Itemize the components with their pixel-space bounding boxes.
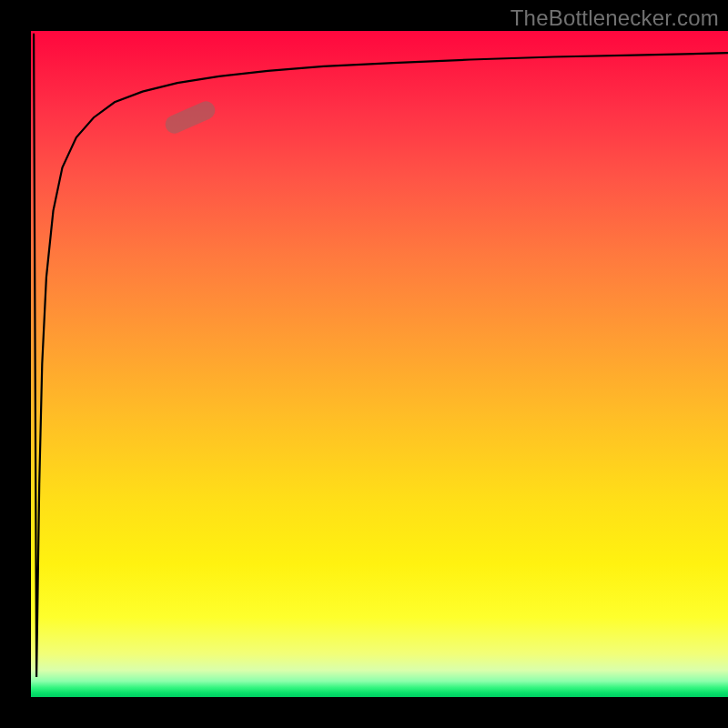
- watermark-text: TheBottlenecker.com: [511, 5, 719, 31]
- curve-layer: [31, 31, 728, 697]
- plot-area: [31, 31, 728, 697]
- value-curve: [34, 35, 728, 677]
- chart-container: TheBottlenecker.com: [0, 0, 728, 728]
